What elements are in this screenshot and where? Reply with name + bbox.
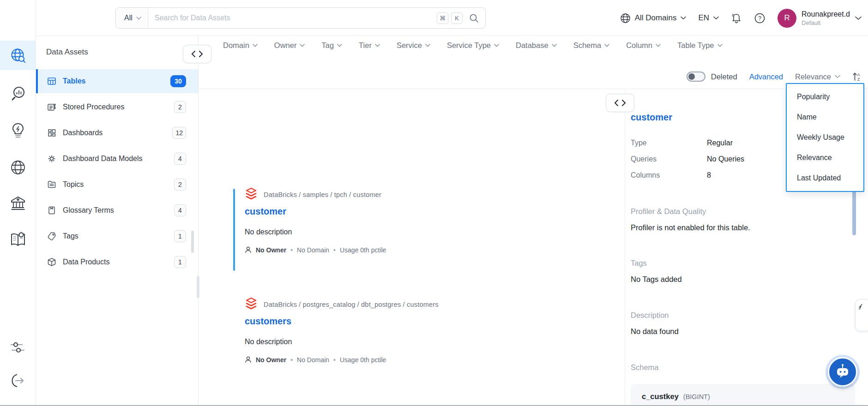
filter-dropdown[interactable]: Database [516, 41, 557, 50]
list-controls: Deleted Advanced Relevance AZ [687, 68, 862, 85]
sidebar-item-label: Stored Procedures [63, 103, 174, 111]
help-icon[interactable]: ? [754, 12, 766, 24]
chat-bot-button[interactable] [828, 357, 857, 387]
filter-dropdown[interactable]: Domain [223, 41, 258, 50]
filter-dropdown[interactable]: Schema [573, 41, 610, 50]
user-menu[interactable]: R Rounakpreet.d Default [778, 9, 862, 28]
sidebar-item-label: Dashboard Data Models [63, 155, 174, 163]
nav-settings-icon[interactable] [0, 333, 36, 362]
sort-menu-item[interactable]: Relevance [787, 148, 863, 168]
schema-column-row[interactable]: c_custkey (BIGINT) [631, 384, 855, 406]
advanced-link[interactable]: Advanced [749, 72, 783, 81]
nav-learn-icon[interactable] [0, 225, 36, 254]
count-badge: 1 [174, 256, 186, 268]
app-root: All ⌘ K All Domains EN [0, 0, 868, 406]
count-badge: 12 [172, 127, 186, 139]
sort-menu-item[interactable]: Weekly Usage [787, 127, 863, 148]
filter-dropdown[interactable]: Tag [321, 41, 342, 50]
dashboards-icon [47, 128, 56, 137]
data-model-icon [47, 154, 56, 163]
search-scope-value: All [124, 14, 133, 22]
nav-insights-icon[interactable] [0, 116, 36, 145]
data-products-icon [47, 257, 56, 267]
section-description: Description No data found [631, 311, 851, 336]
nav-explore-icon[interactable] [0, 41, 36, 70]
person-icon [245, 356, 252, 364]
sidebar-item-tags[interactable]: Tags 1 [36, 224, 198, 248]
topbar: All ⌘ K All Domains EN [0, 0, 868, 36]
result-meta: No Owner • No Domain • Usage 0th pctile [245, 246, 386, 254]
sidebar-item-glossary-terms[interactable]: Glossary Terms 4 [36, 198, 198, 222]
user-role: Default [802, 19, 850, 26]
nav-domains-icon[interactable] [0, 153, 36, 182]
cmd-key-badge: ⌘ [437, 12, 448, 24]
sidebar-item-dashboard-data-models[interactable]: Dashboard Data Models 4 [36, 147, 198, 171]
column-type: (BIGINT) [683, 393, 710, 400]
search-results-list: DataBricks / samples / tpch / customer c… [199, 89, 625, 406]
filter-dropdown[interactable]: Service Type [447, 41, 499, 50]
nav-govern-icon[interactable] [0, 189, 36, 218]
panel-scrollbar[interactable] [191, 231, 194, 253]
domains-label: All Domains [635, 13, 677, 23]
sort-selector[interactable]: Relevance [795, 72, 840, 81]
filter-dropdown[interactable]: Tier [359, 41, 380, 50]
breadcrumb[interactable]: DataBricks / samples / tpch / customer [264, 191, 381, 198]
chevron-down-icon [300, 44, 305, 47]
section-tags: Tags No Tags added [631, 259, 851, 284]
detail-collapse-button[interactable] [606, 94, 634, 112]
search-icon[interactable] [469, 13, 479, 23]
sidebar-item-dashboards[interactable]: Dashboards 12 [36, 121, 198, 145]
robot-icon [834, 363, 851, 381]
sort-menu-item[interactable]: Name [787, 107, 863, 127]
language-selector[interactable]: EN [698, 13, 719, 23]
chevron-down-icon [253, 44, 258, 47]
property-row: Columns 8 [631, 171, 711, 179]
sidebar-item-tables[interactable]: Tables 30 [36, 69, 198, 93]
notifications-bell-icon[interactable] [731, 12, 742, 24]
result-description: No description [245, 228, 292, 236]
selected-indicator [233, 189, 235, 271]
filter-dropdown[interactable]: Service [397, 41, 430, 50]
sort-menu-item[interactable]: Popularity [787, 87, 863, 107]
nav-logout-icon[interactable] [0, 366, 36, 395]
chevron-down-icon [425, 44, 430, 47]
chevron-down-icon [552, 44, 557, 47]
chevron-down-icon [136, 17, 141, 20]
result-card-customers[interactable]: DataBricks / postgres_catalog / dbt_post… [233, 301, 611, 389]
result-card-customer[interactable]: DataBricks / samples / tpch / customer c… [233, 187, 611, 275]
usage-label: Usage 0th pctile [340, 246, 386, 254]
chevron-down-icon [713, 16, 719, 20]
result-title-link[interactable]: customers [245, 316, 291, 327]
nav-observability-icon[interactable] [0, 79, 36, 108]
glossary-icon [47, 206, 56, 215]
deleted-toggle[interactable] [687, 72, 705, 82]
sidebar-item-stored-procedures[interactable]: Stored Procedures 2 [36, 95, 198, 119]
filter-dropdown[interactable]: Owner [274, 41, 305, 50]
lineage-edge-button[interactable] [855, 299, 868, 331]
sidebar-item-label: Topics [63, 180, 174, 189]
sidebar-item-topics[interactable]: Topics 2 [36, 173, 198, 197]
count-badge: 2 [174, 179, 186, 191]
result-title-link[interactable]: customer [245, 206, 286, 217]
filter-dropdown[interactable]: Column [626, 41, 661, 50]
sort-menu-item[interactable]: Last Updated [787, 168, 863, 188]
chevron-down-icon [375, 44, 380, 47]
list-scrollbar[interactable] [197, 276, 199, 298]
sidebar-item-data-products[interactable]: Data Products 1 [36, 250, 198, 274]
collapse-icon [191, 51, 203, 57]
owner-label: No Owner [256, 246, 286, 254]
chevron-down-icon [337, 44, 342, 47]
sort-az-icon[interactable]: AZ [852, 72, 862, 82]
person-icon [245, 246, 252, 254]
search-scope-select[interactable]: All [116, 8, 148, 28]
domain-label: No Domain [297, 246, 329, 254]
user-name: Rounakpreet.d [802, 10, 850, 18]
filter-dropdown[interactable]: Table Type [677, 41, 723, 50]
domains-selector[interactable]: All Domains [620, 13, 687, 24]
chevron-down-icon [681, 16, 686, 20]
detail-title-link[interactable]: customer [631, 112, 672, 123]
breadcrumb[interactable]: DataBricks / postgres_catalog / dbt_post… [264, 301, 439, 308]
panel-collapse-button[interactable] [183, 45, 211, 63]
avatar: R [778, 9, 796, 28]
search-input[interactable] [148, 14, 437, 22]
